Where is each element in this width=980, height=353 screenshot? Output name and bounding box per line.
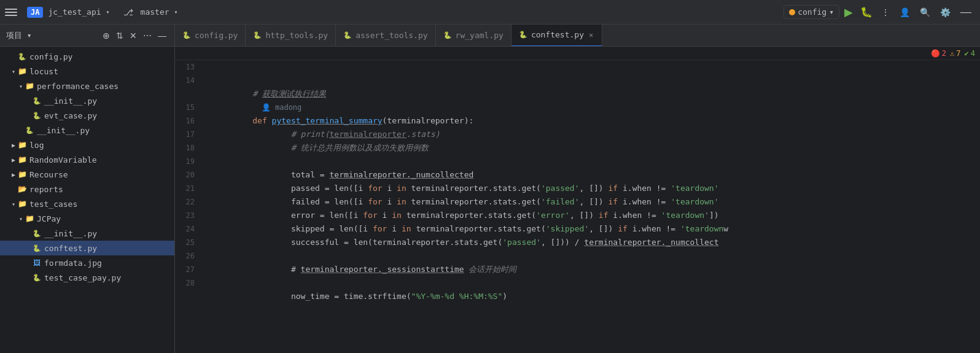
py-icon: 🐍	[32, 243, 42, 253]
tree-item-log[interactable]: ▶ 📁 log	[0, 138, 174, 152]
tree-item-evt-case[interactable]: 🐍 evt_case.py	[0, 108, 174, 123]
tab-config-py[interactable]: 🐍 config.py	[175, 25, 246, 47]
debug-button[interactable]: 🐛	[858, 5, 875, 19]
branch-dropdown-icon[interactable]: ▾	[174, 9, 178, 15]
sidebar-collapse-button[interactable]: ✕	[128, 30, 139, 41]
settings-button[interactable]: ⚙️	[936, 5, 954, 20]
tab-conftest-py[interactable]: 🐍 conftest.py ✕	[511, 25, 602, 47]
tree-label: config.py	[29, 52, 72, 61]
profile-button[interactable]: 👤	[896, 5, 914, 20]
warning-icon: ⚠	[950, 49, 954, 58]
tree-label: JCPay	[37, 214, 61, 223]
search-button[interactable]: 🔍	[916, 5, 934, 20]
comment-token: #	[252, 89, 262, 98]
tree-item-formdata-jpg[interactable]: 🖼 formdata.jpg	[0, 255, 174, 270]
tree-label: Recourse	[29, 170, 68, 179]
folder-icon: 📁	[25, 81, 34, 91]
branch-name-label: master	[141, 7, 169, 17]
line-numbers-gutter: 13 14 · 15 16 17 18 19 20 21 22 23 24 25…	[175, 60, 200, 353]
git-annotation: 👤 madong	[252, 103, 301, 112]
sidebar-locate-button[interactable]: ⊕	[101, 30, 112, 41]
file-tree: 🐍 config.py ▾ 📁 locust ▾ 📁 performance_c…	[0, 47, 174, 353]
folder-icon: 📁	[25, 214, 34, 223]
tree-label: test_case_pay.py	[44, 273, 121, 282]
folder-icon: 📁	[17, 199, 27, 209]
tree-label: evt_case.py	[44, 111, 97, 120]
hamburger-menu-icon[interactable]	[5, 6, 17, 18]
tree-label: __init__.py	[37, 126, 90, 135]
tab-label: config.py	[195, 31, 238, 40]
run-config-selector[interactable]: config ▾	[784, 5, 839, 19]
folder-plain-icon: 📂	[17, 184, 27, 194]
py-icon: 🐍	[32, 111, 42, 120]
tree-label: test_cases	[29, 200, 77, 209]
tree-item-config-py[interactable]: 🐍 config.py	[0, 49, 174, 64]
ok-icon: ✔	[965, 49, 969, 58]
project-name-label: jc_test_api	[48, 7, 101, 17]
config-name-label: config	[798, 7, 826, 17]
tab-label: rw_yaml.py	[456, 31, 504, 40]
tree-item-randomvariable[interactable]: ▶ 📁 RandomVariable	[0, 152, 174, 167]
py-icon: 🐍	[17, 52, 27, 61]
tab-rw-yaml-py[interactable]: 🐍 rw_yaml.py	[436, 25, 511, 47]
tree-item-test-cases[interactable]: ▾ 📁 test_cases	[0, 196, 174, 211]
py-icon: 🐍	[32, 96, 42, 106]
tab-py-icon: 🐍	[343, 31, 352, 39]
error-icon: 🔴	[931, 49, 940, 58]
py-icon: 🐍	[32, 273, 42, 282]
editor-status-bar: 🔴 2 ⚠ 7 ✔ 4	[175, 47, 980, 60]
comment-underline-token: 获取测试执行结果	[262, 89, 326, 98]
warning-count-badge: ⚠ 7	[950, 49, 960, 58]
config-dot-icon	[789, 9, 795, 15]
tree-label: reports	[29, 185, 63, 194]
tree-label: log	[29, 141, 44, 150]
folder-icon: 📁	[17, 140, 27, 150]
tree-item-conftest-py[interactable]: 🐍 conftest.py	[0, 241, 174, 255]
main-container: 项目 ▾ ⊕ ⇅ ✕ ⋯ — 🐍 config.py ▾ 📁	[0, 25, 980, 353]
code-content[interactable]: # 获取测试执行结果 👤 madong def pytest_terminal_…	[200, 60, 980, 353]
tree-item-init-py-1[interactable]: 🐍 __init__.py	[0, 93, 174, 108]
project-dropdown-icon[interactable]: ▾	[106, 9, 110, 15]
tree-item-init-py-3[interactable]: 🐍 __init__.py	[0, 226, 174, 241]
run-button[interactable]: ▶	[842, 4, 855, 20]
folder-icon: 📁	[17, 169, 27, 179]
code-editor[interactable]: 13 14 · 15 16 17 18 19 20 21 22 23 24 25…	[175, 60, 980, 353]
folder-icon: 📁	[17, 66, 27, 76]
tab-py-icon: 🐍	[519, 31, 527, 39]
tree-item-init-py-2[interactable]: 🐍 __init__.py	[0, 123, 174, 138]
sidebar-settings-button[interactable]: ⋯	[141, 30, 154, 41]
tree-item-performance-cases[interactable]: ▾ 📁 performance_cases	[0, 79, 174, 93]
tree-label: __init__.py	[44, 229, 97, 238]
title-bar: JA jc_test_api ▾ ⎇ master ▾ config ▾ ▶ 🐛…	[0, 0, 980, 25]
title-bar-right: config ▾ ▶ 🐛 ⋮ 👤 🔍 ⚙️ —	[784, 4, 975, 20]
tab-py-icon: 🐍	[182, 31, 191, 39]
tab-label: assert_tools.py	[356, 31, 427, 40]
error-count-badge: 🔴 2	[931, 49, 946, 58]
code-line-15: def pytest_terminal_summary(terminalrepo…	[204, 101, 975, 114]
tab-assert-tools-py[interactable]: 🐍 assert_tools.py	[336, 25, 435, 47]
tab-label: conftest.py	[531, 30, 584, 39]
image-icon: 🖼	[32, 258, 42, 268]
tree-item-jcpay[interactable]: ▾ 📁 JCPay	[0, 211, 174, 226]
tree-label: conftest.py	[44, 244, 97, 253]
minimize-button[interactable]: —	[957, 4, 975, 20]
error-count: 2	[942, 49, 946, 58]
more-options-button[interactable]: ⋮	[877, 5, 893, 20]
tree-item-reports[interactable]: 📂 reports	[0, 182, 174, 196]
config-dropdown-icon: ▾	[829, 7, 834, 17]
py-icon: 🐍	[32, 228, 42, 238]
tree-item-test-case-pay[interactable]: 🐍 test_case_pay.py	[0, 270, 174, 285]
sidebar-panel: 项目 ▾ ⊕ ⇅ ✕ ⋯ — 🐍 config.py ▾ 📁	[0, 25, 175, 353]
code-line-28: now_time = time.strftime("%Y-%m-%d %H:%M…	[204, 276, 975, 290]
folder-icon: 📁	[17, 155, 27, 165]
tree-item-locust[interactable]: ▾ 📁 locust	[0, 64, 174, 79]
ok-count: 4	[971, 49, 975, 58]
sidebar-expand-button[interactable]: ⇅	[114, 30, 125, 41]
tab-close-button[interactable]: ✕	[588, 30, 594, 40]
tree-label: locust	[29, 67, 58, 76]
tab-py-icon: 🐍	[253, 31, 262, 39]
tab-http-tools-py[interactable]: 🐍 http_tools.py	[246, 25, 336, 47]
sidebar-minimize-button[interactable]: —	[156, 30, 168, 41]
tree-label: performance_cases	[37, 82, 119, 91]
tree-item-recourse[interactable]: ▶ 📁 Recourse	[0, 167, 174, 182]
